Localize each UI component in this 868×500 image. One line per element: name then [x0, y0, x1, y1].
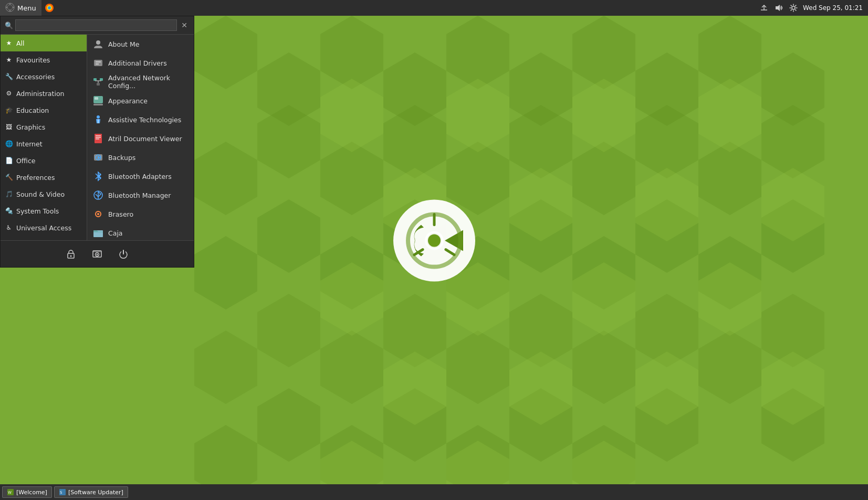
category-icon-office: 📄: [5, 156, 13, 165]
app-item-caja[interactable]: Caja: [87, 224, 194, 240]
category-item-control-center[interactable]: ⚙Control Center: [1, 236, 87, 240]
app-icon-additional-drivers: [92, 57, 104, 69]
svg-rect-59: [93, 251, 101, 252]
svg-point-61: [97, 254, 98, 256]
category-icon-accessories: 🔧: [5, 72, 13, 81]
category-item-universal-access[interactable]: ♿Universal Access: [1, 219, 87, 236]
category-icon-universal-access: ♿: [5, 224, 13, 232]
svg-rect-39: [96, 135, 101, 136]
app-item-advanced-network[interactable]: Advanced Network Config...: [87, 72, 194, 91]
category-item-administration[interactable]: ⚙Administration: [1, 85, 87, 102]
svg-point-22: [792, 6, 795, 9]
category-item-education[interactable]: 🎓Education: [1, 102, 87, 119]
category-icon-favourites: ★: [5, 56, 13, 64]
search-close-icon[interactable]: ✕: [179, 21, 190, 29]
category-label-favourites: Favourites: [16, 56, 50, 64]
app-label-brasero: Brasero: [108, 210, 133, 218]
category-label-universal-access: Universal Access: [16, 224, 71, 232]
svg-point-36: [97, 115, 100, 119]
svg-point-57: [70, 256, 72, 257]
svg-marker-21: [776, 5, 780, 11]
app-icon-assistive-tech: [92, 114, 104, 125]
category-item-favourites[interactable]: ★Favourites: [1, 51, 87, 68]
app-icon-bluetooth-adapters: [92, 171, 104, 182]
category-label-administration: Administration: [16, 90, 64, 98]
app-label-additional-drivers: Additional Drivers: [108, 59, 167, 67]
app-item-brasero[interactable]: Brasero: [87, 205, 194, 224]
category-icon-administration: ⚙: [5, 89, 13, 98]
svg-rect-27: [97, 83, 100, 86]
firefox-button[interactable]: [41, 0, 57, 16]
svg-point-23: [96, 40, 100, 45]
app-label-bluetooth-manager: Bluetooth Manager: [108, 192, 171, 199]
category-item-graphics[interactable]: 🖼Graphics: [1, 119, 87, 135]
bottom-panel: W [Welcome] S [Software Updater]: [0, 484, 868, 500]
category-label-preferences: Preferences: [16, 174, 55, 182]
app-item-atril[interactable]: Atril Document Viewer: [87, 129, 194, 148]
app-icon-brasero: [92, 208, 104, 220]
svg-rect-25: [96, 61, 101, 62]
app-item-appearance[interactable]: Appearance: [87, 91, 194, 110]
category-label-office: Office: [16, 157, 36, 165]
svg-point-18: [48, 6, 51, 9]
power-button[interactable]: [116, 246, 131, 262]
svg-rect-26: [96, 63, 99, 65]
panel-right: Wed Sep 25, 01:21: [759, 3, 868, 13]
category-item-office[interactable]: 📄Office: [1, 152, 87, 169]
menu-popup: 🔍 ✕ ★All★Favourites🔧Accessories⚙Administ…: [0, 16, 194, 268]
svg-point-48: [97, 213, 99, 215]
app-icon-bluetooth-manager: [92, 189, 104, 201]
category-item-preferences[interactable]: 🔨Preferences: [1, 169, 87, 186]
app-label-bluetooth-adapters: Bluetooth Adapters: [108, 173, 172, 180]
category-label-all: All: [16, 39, 25, 47]
screenshot-button[interactable]: [89, 246, 105, 262]
lock-button[interactable]: [63, 246, 79, 262]
menu-main: ★All★Favourites🔧Accessories⚙Administrati…: [1, 35, 194, 240]
category-item-all[interactable]: ★All: [1, 35, 87, 51]
menu-apps: About MeAdditional DriversAdvanced Netwo…: [87, 35, 194, 240]
app-label-backups: Backups: [108, 154, 135, 162]
category-icon-all: ★: [5, 39, 13, 47]
taskbar-item-software-updater[interactable]: S [Software Updater]: [54, 486, 128, 498]
category-item-sound-video[interactable]: 🎵Sound & Video: [1, 186, 87, 203]
category-item-system-tools[interactable]: 🔩System Tools: [1, 203, 87, 219]
category-item-accessories[interactable]: 🔧Accessories: [1, 68, 87, 85]
app-item-additional-drivers[interactable]: Additional Drivers: [87, 54, 194, 72]
category-icon-graphics: 🖼: [5, 123, 13, 131]
app-icon-caja: [92, 227, 104, 239]
category-icon-sound-video: 🎵: [5, 190, 13, 198]
menu-actions: [1, 240, 194, 267]
category-item-internet[interactable]: 🌐Internet: [1, 135, 87, 152]
network-icon[interactable]: [759, 3, 769, 13]
svg-rect-35: [93, 104, 103, 105]
app-icon-about-me: [92, 38, 104, 50]
app-icon-advanced-network: [92, 76, 104, 88]
search-input[interactable]: [15, 19, 177, 31]
category-label-sound-video: Sound & Video: [16, 190, 65, 198]
svg-rect-41: [96, 139, 99, 140]
volume-icon[interactable]: [773, 3, 784, 13]
taskbar-item-welcome[interactable]: W [Welcome]: [2, 486, 52, 498]
menu-categories: ★All★Favourites🔧Accessories⚙Administrati…: [1, 35, 87, 240]
panel-left: Menu: [0, 0, 57, 16]
category-icon-preferences: 🔨: [5, 173, 13, 182]
app-label-appearance: Appearance: [108, 97, 148, 105]
svg-rect-24: [94, 60, 102, 66]
category-label-graphics: Graphics: [16, 123, 45, 131]
app-label-atril: Atril Document Viewer: [108, 135, 182, 143]
app-item-bluetooth-manager[interactable]: Bluetooth Manager: [87, 186, 194, 205]
app-label-assistive-tech: Assistive Technologies: [108, 116, 181, 124]
menu-button[interactable]: Menu: [0, 0, 41, 16]
app-item-backups[interactable]: Backups: [87, 148, 194, 167]
search-bar: 🔍 ✕: [1, 16, 194, 35]
settings-icon[interactable]: [788, 3, 799, 13]
category-label-internet: Internet: [16, 140, 43, 148]
svg-rect-40: [96, 137, 101, 138]
category-icon-education: 🎓: [5, 106, 13, 114]
app-label-advanced-network: Advanced Network Config...: [108, 74, 189, 90]
svg-rect-34: [95, 97, 98, 100]
app-item-assistive-tech[interactable]: Assistive Technologies: [87, 110, 194, 129]
app-item-about-me[interactable]: About Me: [87, 35, 194, 54]
search-icon: 🔍: [5, 22, 13, 29]
app-item-bluetooth-adapters[interactable]: Bluetooth Adapters: [87, 167, 194, 186]
